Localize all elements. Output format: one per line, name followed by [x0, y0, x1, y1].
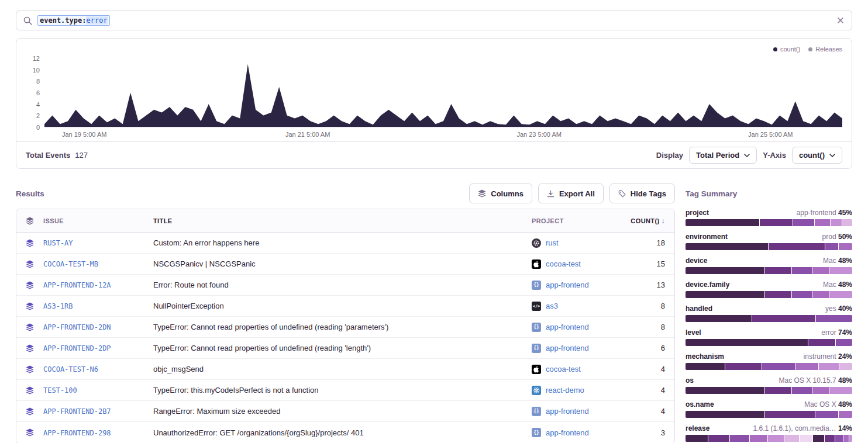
- tag-bar-segment[interactable]: [831, 219, 842, 226]
- tag-bar-segment[interactable]: [829, 267, 852, 274]
- tag-bar-segment[interactable]: [839, 243, 852, 250]
- chart-plot[interactable]: Jan 19 5:00 AMJan 21 5:00 AMJan 23 5:00 …: [44, 58, 842, 141]
- project-link[interactable]: rust: [546, 238, 559, 247]
- tag-bar-segment[interactable]: [793, 219, 814, 226]
- project-link[interactable]: as3: [546, 302, 558, 310]
- tag-bar-segment[interactable]: [839, 363, 852, 370]
- tag-bar-segment[interactable]: [829, 291, 852, 298]
- tag-bar-segment[interactable]: [686, 243, 768, 250]
- issue-link[interactable]: AS3-1RB: [43, 302, 73, 310]
- tag-bar-segment[interactable]: [813, 435, 824, 442]
- project-link[interactable]: app-frontend: [546, 344, 589, 352]
- tag-bar-segment[interactable]: [819, 363, 839, 370]
- issue-link[interactable]: APP-FRONTEND-2DP: [43, 344, 111, 352]
- tag-bar-segment[interactable]: [760, 219, 793, 226]
- tag-distribution-bar[interactable]: [686, 387, 852, 394]
- tag-bar-segment[interactable]: [849, 435, 852, 442]
- issue-link[interactable]: APP-FRONTEND-12A: [43, 281, 111, 289]
- tag-distribution-bar[interactable]: [686, 243, 852, 250]
- project-link[interactable]: react-demo: [546, 386, 584, 394]
- tag-bar-segment[interactable]: [686, 291, 764, 298]
- column-header-count[interactable]: COUNT()↓: [624, 217, 674, 225]
- tag-bar-segment[interactable]: [812, 291, 829, 298]
- tag-bar-segment[interactable]: [765, 291, 791, 298]
- tag-bar-segment[interactable]: [730, 435, 749, 442]
- issue-stack-icon[interactable]: [16, 281, 43, 289]
- project-link[interactable]: cocoa-test: [546, 259, 581, 268]
- issue-link[interactable]: COCOA-TEST-N6: [43, 365, 98, 373]
- tag-bar-segment[interactable]: [686, 219, 759, 226]
- tag-bar-segment[interactable]: [792, 291, 812, 298]
- tag-distribution-bar[interactable]: [686, 363, 852, 370]
- project-link[interactable]: app-frontend: [546, 281, 589, 289]
- issue-link[interactable]: TEST-100: [43, 386, 77, 394]
- tag-bar-segment[interactable]: [839, 411, 852, 418]
- tag-bar-segment[interactable]: [686, 339, 808, 346]
- tag-bar-segment[interactable]: [815, 411, 838, 418]
- tag-bar-segment[interactable]: [686, 363, 725, 370]
- tag-bar-segment[interactable]: [768, 435, 784, 442]
- clear-search-icon[interactable]: ✕: [836, 16, 845, 26]
- tag-bar-segment[interactable]: [825, 435, 834, 442]
- tag-bar-segment[interactable]: [835, 435, 843, 442]
- tag-bar-segment[interactable]: [808, 339, 835, 346]
- tag-bar-segment[interactable]: [784, 435, 799, 442]
- tag-bar-segment[interactable]: [829, 387, 852, 394]
- tag-bar-segment[interactable]: [800, 435, 812, 442]
- yaxis-dropdown[interactable]: count(): [792, 147, 842, 164]
- issue-link[interactable]: APP-FRONTEND-2DN: [43, 323, 111, 331]
- tag-bar-segment[interactable]: [762, 363, 795, 370]
- tag-bar-segment[interactable]: [836, 339, 852, 346]
- tag-distribution-bar[interactable]: [686, 315, 852, 322]
- display-dropdown[interactable]: Total Period: [689, 147, 757, 164]
- tag-bar-segment[interactable]: [765, 411, 815, 418]
- tag-distribution-bar[interactable]: [686, 267, 852, 274]
- issue-stack-icon[interactable]: [16, 323, 43, 331]
- legend-item-releases[interactable]: Releases: [808, 46, 842, 53]
- issue-stack-icon[interactable]: [16, 260, 43, 268]
- export-all-button[interactable]: Export All: [538, 184, 604, 203]
- project-link[interactable]: app-frontend: [546, 323, 589, 331]
- tag-distribution-bar[interactable]: [686, 219, 852, 226]
- tag-bar-segment[interactable]: [815, 219, 829, 226]
- issue-link[interactable]: COCOA-TEST-MB: [43, 260, 98, 268]
- column-header-issue[interactable]: ISSUE: [43, 217, 153, 224]
- tag-bar-segment[interactable]: [708, 435, 729, 442]
- issue-link[interactable]: RUST-AY: [43, 239, 73, 247]
- tag-bar-segment[interactable]: [686, 435, 708, 442]
- column-header-title[interactable]: TITLE: [153, 217, 532, 224]
- project-link[interactable]: cocoa-test: [546, 365, 581, 373]
- issue-stack-icon[interactable]: [16, 365, 43, 373]
- tag-bar-segment[interactable]: [825, 243, 839, 250]
- tag-bar-segment[interactable]: [686, 315, 752, 322]
- tag-bar-segment[interactable]: [792, 387, 812, 394]
- issue-link[interactable]: APP-FRONTEND-2B7: [43, 407, 111, 416]
- tag-distribution-bar[interactable]: [686, 339, 852, 346]
- tag-distribution-bar[interactable]: [686, 411, 852, 418]
- tag-bar-segment[interactable]: [725, 363, 762, 370]
- issue-stack-icon[interactable]: [16, 407, 43, 416]
- project-link[interactable]: app-frontend: [546, 407, 589, 416]
- issue-link[interactable]: APP-FRONTEND-298: [43, 429, 111, 437]
- tag-distribution-bar[interactable]: [686, 291, 852, 298]
- project-link[interactable]: app-frontend: [546, 428, 589, 437]
- tag-bar-segment[interactable]: [812, 387, 829, 394]
- tag-bar-segment[interactable]: [686, 267, 764, 274]
- tag-bar-segment[interactable]: [765, 387, 791, 394]
- tag-bar-segment[interactable]: [686, 387, 764, 394]
- tag-bar-segment[interactable]: [792, 267, 812, 274]
- columns-button[interactable]: Columns: [469, 184, 532, 203]
- tag-bar-segment[interactable]: [795, 363, 818, 370]
- tag-bar-segment[interactable]: [769, 243, 825, 250]
- issue-stack-icon[interactable]: [16, 239, 43, 247]
- issue-stack-icon[interactable]: [16, 302, 43, 310]
- column-header-project[interactable]: PROJECT: [532, 217, 624, 224]
- header-stack-icon[interactable]: [16, 217, 43, 225]
- tag-bar-segment[interactable]: [765, 267, 791, 274]
- search-query-token[interactable]: event.type:error: [37, 15, 110, 26]
- hide-tags-button[interactable]: Hide Tags: [609, 184, 675, 203]
- tag-bar-segment[interactable]: [812, 267, 829, 274]
- issue-stack-icon[interactable]: [16, 344, 43, 352]
- tag-bar-segment[interactable]: [752, 315, 815, 322]
- tag-bar-segment[interactable]: [843, 435, 848, 442]
